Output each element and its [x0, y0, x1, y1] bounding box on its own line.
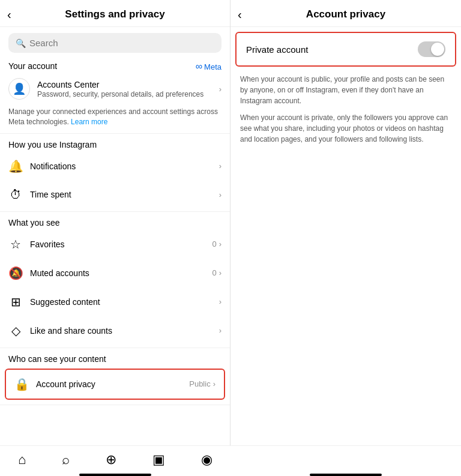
account-privacy-chevron: ›: [213, 379, 215, 388]
nav-search-icon[interactable]: ⌕: [62, 452, 70, 468]
muted-accounts-badge: 0: [212, 268, 216, 277]
right-bottom-nav: [230, 445, 461, 471]
muted-accounts-item[interactable]: 🔕 Muted accounts 0 ›: [0, 259, 230, 288]
favorites-chevron: ›: [219, 240, 221, 249]
account-privacy-highlighted: 🔒 Account privacy Public ›: [5, 369, 225, 400]
favorites-icon: ☆: [8, 237, 23, 252]
notifications-label: Notifications: [30, 161, 212, 171]
accounts-center-subtitle: Password, security, personal details, ad…: [37, 90, 203, 98]
account-privacy-icon: 🔒: [14, 377, 29, 391]
right-home-bar: [310, 474, 382, 476]
like-share-label: Like and share counts: [30, 326, 212, 336]
muted-accounts-icon: 🔕: [8, 266, 23, 280]
left-back-button[interactable]: ‹: [7, 8, 11, 22]
nav-reels-icon[interactable]: ▣: [152, 452, 165, 468]
suggested-content-item[interactable]: ⊞ Suggested content ›: [0, 288, 230, 316]
muted-accounts-right: 0 ›: [212, 268, 221, 277]
meta-label: Meta: [204, 62, 221, 71]
left-panel: ‹ Settings and privacy 🔍 Your account ∞ …: [0, 0, 230, 445]
nav-home-icon[interactable]: ⌂: [18, 452, 26, 468]
private-account-label: Private account: [246, 44, 308, 55]
right-page-title: Account privacy: [306, 8, 385, 20]
description-text: When your account is public, your profil…: [230, 71, 461, 158]
private-account-toggle[interactable]: [418, 41, 445, 57]
meta-icon: ∞: [196, 61, 202, 72]
search-icon: 🔍: [16, 38, 26, 48]
description-2: When your account is private, only the f…: [240, 112, 451, 145]
right-back-button[interactable]: ‹: [238, 8, 242, 22]
like-share-item[interactable]: ◇ Like and share counts ›: [0, 316, 230, 345]
section-who-can-see: Who can see your content 🔒 Account priva…: [0, 348, 230, 405]
notifications-chevron: ›: [219, 161, 221, 170]
time-spent-chevron: ›: [219, 190, 221, 199]
manage-text-content: Manage your connected experiences and ac…: [8, 107, 218, 126]
section-what-you-see: What you see ☆ Favorites 0 › 🔕 Muted acc…: [0, 212, 230, 348]
left-home-bar: [79, 474, 151, 476]
accounts-center-row[interactable]: 👤 Accounts Center Password, security, pe…: [0, 72, 230, 106]
accounts-center-title: Accounts Center: [37, 80, 203, 89]
accounts-center-icon: 👤: [8, 78, 30, 100]
account-privacy-item[interactable]: 🔒 Account privacy Public ›: [6, 370, 224, 399]
favorites-item[interactable]: ☆ Favorites 0 ›: [0, 230, 230, 259]
notifications-icon: 🔔: [8, 159, 23, 173]
right-header: ‹ Account privacy: [230, 0, 461, 27]
search-bar[interactable]: 🔍: [8, 33, 221, 53]
description-1: When your account is public, your profil…: [240, 74, 451, 106]
bottom-nav: ⌂ ⌕ ⊕ ▣ ◉: [0, 445, 461, 471]
favorites-badge: 0: [212, 240, 216, 249]
account-privacy-label: Account privacy: [36, 379, 182, 389]
section-label-how: How you use Instagram: [0, 134, 230, 152]
private-account-row: Private account: [235, 32, 456, 67]
nav-profile-icon[interactable]: ◉: [201, 452, 212, 468]
nav-add-icon[interactable]: ⊕: [106, 452, 116, 468]
time-spent-item[interactable]: ⏱ Time spent ›: [0, 181, 230, 209]
suggested-content-chevron: ›: [219, 297, 221, 306]
accounts-center-text: Accounts Center Password, security, pers…: [37, 80, 203, 98]
notifications-item[interactable]: 🔔 Notifications ›: [0, 152, 230, 181]
right-panel: ‹ Account privacy Private account When y…: [230, 0, 461, 445]
like-share-chevron: ›: [219, 326, 221, 335]
bottom-nav-wrapper: ⌂ ⌕ ⊕ ▣ ◉: [0, 445, 461, 476]
muted-accounts-chevron: ›: [219, 268, 221, 277]
suggested-content-label: Suggested content: [30, 297, 212, 307]
accounts-center-chevron: ›: [219, 85, 221, 94]
section-label-what: What you see: [0, 212, 230, 230]
left-page-title: Settings and privacy: [65, 8, 164, 20]
learn-more-link[interactable]: Learn more: [71, 118, 107, 126]
muted-accounts-label: Muted accounts: [30, 268, 205, 278]
account-privacy-badge: Public: [189, 379, 210, 388]
left-bottom-nav: ⌂ ⌕ ⊕ ▣ ◉: [0, 445, 230, 471]
account-privacy-right: Public ›: [189, 379, 215, 388]
search-input[interactable]: [29, 38, 214, 48]
time-spent-label: Time spent: [30, 190, 212, 199]
like-share-icon: ◇: [8, 324, 23, 338]
suggested-content-icon: ⊞: [8, 295, 23, 309]
time-spent-icon: ⏱: [8, 188, 23, 202]
favorites-label: Favorites: [30, 240, 205, 249]
manage-text: Manage your connected experiences and ac…: [0, 106, 230, 134]
your-account-section: Your account ∞ Meta: [0, 59, 230, 72]
your-account-label: Your account: [8, 61, 57, 71]
favorites-right: 0 ›: [212, 240, 221, 249]
section-how-you-use: How you use Instagram 🔔 Notifications › …: [0, 134, 230, 212]
left-header: ‹ Settings and privacy: [0, 0, 230, 27]
section-label-who: Who can see your content: [0, 348, 230, 366]
meta-logo: ∞ Meta: [196, 61, 221, 72]
